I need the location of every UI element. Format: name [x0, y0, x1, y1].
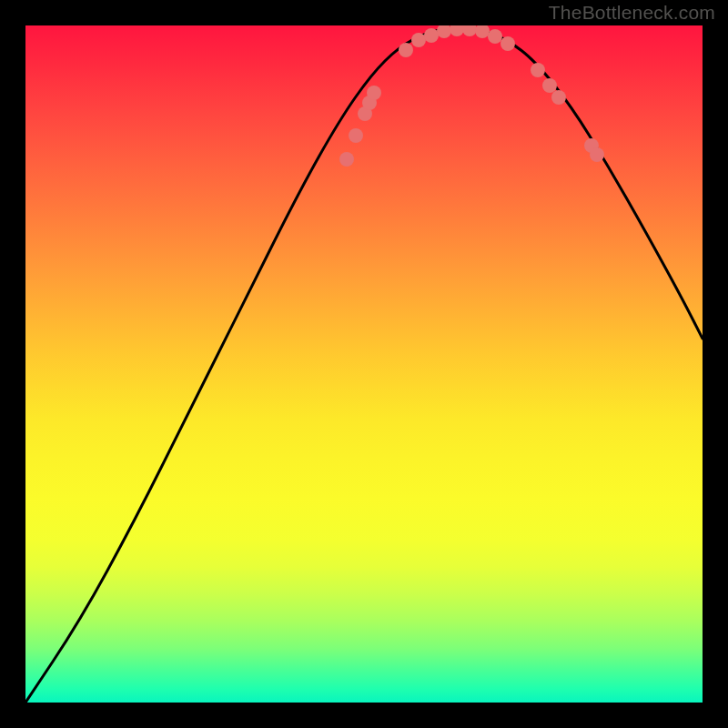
highlight-dot	[475, 25, 490, 38]
highlight-dot	[542, 78, 557, 93]
highlight-dot	[437, 25, 451, 38]
highlight-dot	[424, 28, 439, 43]
chart-stage: TheBottleneck.com	[0, 0, 728, 728]
highlight-dot	[488, 29, 502, 44]
highlight-dot	[531, 63, 545, 77]
highlight-dot	[367, 86, 381, 100]
highlight-dot	[462, 25, 477, 36]
highlight-dot	[500, 36, 515, 51]
watermark-text: TheBottleneck.com	[549, 2, 715, 24]
highlight-dot	[411, 33, 426, 47]
bottleneck-curve	[25, 28, 703, 703]
highlight-dot	[590, 147, 604, 162]
curve-layer	[25, 25, 703, 703]
highlight-dot	[349, 128, 363, 143]
highlight-dot	[339, 152, 354, 167]
highlight-dot	[399, 43, 413, 57]
highlight-dot	[450, 25, 464, 36]
highlight-dot	[551, 90, 566, 105]
highlight-dots	[339, 25, 604, 167]
